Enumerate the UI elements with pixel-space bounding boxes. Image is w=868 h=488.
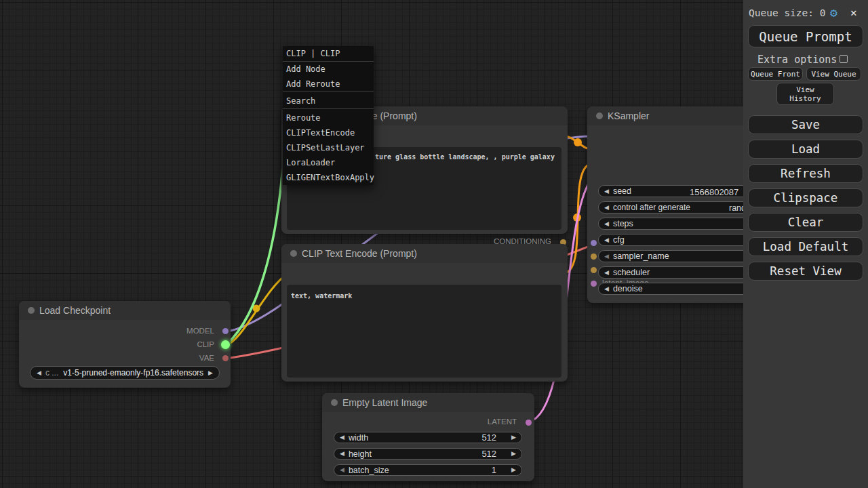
increment-arrow-icon[interactable]: ▶ xyxy=(511,467,516,473)
prompt-text: text, watermark xyxy=(291,292,352,300)
decrement-arrow-icon[interactable]: ◀ xyxy=(340,451,344,457)
wire-clip-dragging xyxy=(226,75,285,345)
view-queue-button[interactable]: View Queue xyxy=(806,67,861,81)
node-header[interactable]: Empty Latent Image xyxy=(322,393,534,412)
menu-item-loraloader[interactable]: LoraLoader xyxy=(283,155,374,170)
widget-label: c ... xyxy=(45,368,58,378)
collapse-dot-icon[interactable] xyxy=(28,307,35,314)
extra-options-checkbox[interactable] xyxy=(840,55,848,63)
menu-item-add-reroute[interactable]: Add Reroute xyxy=(283,77,374,92)
height-widget[interactable]: ◀ height 512 ▶ xyxy=(334,448,522,460)
menu-item-add-node[interactable]: Add Node xyxy=(283,62,374,77)
widget-label: seed xyxy=(613,186,631,196)
context-menu: CLIP | CLIP Add Node Add Reroute Search … xyxy=(283,46,374,185)
negative-input-port[interactable] xyxy=(591,267,597,273)
output-label-vae: VAE xyxy=(199,354,214,362)
menu-item-cliptextencode[interactable]: CLIPTextEncode xyxy=(283,125,374,140)
wire-clip-midpoint-dot xyxy=(253,305,260,312)
wire-conditioning-positive-dot xyxy=(574,138,582,146)
settings-gear-icon[interactable]: ⚙ xyxy=(830,5,837,20)
width-widget[interactable]: ◀ width 512 ▶ xyxy=(334,432,522,443)
queue-size-label: Queue size: 0 xyxy=(749,7,826,18)
node-title: Load Checkpoint xyxy=(39,305,111,316)
node-header[interactable]: CLIP Text Encode (Prompt) xyxy=(281,244,568,263)
widget-label: width xyxy=(349,433,368,443)
decrement-arrow-icon[interactable]: ◀ xyxy=(604,237,609,243)
widget-label: steps xyxy=(613,219,633,228)
decrement-arrow-icon[interactable]: ◀ xyxy=(604,221,609,227)
widget-label: scheduler xyxy=(613,268,650,277)
node-load-checkpoint[interactable]: Load Checkpoint MODEL CLIP VAE ◀ c ... v… xyxy=(19,301,231,388)
batch-size-widget[interactable]: ◀ batch_size 1 ▶ xyxy=(334,464,522,476)
decrement-arrow-icon[interactable]: ◀ xyxy=(604,253,609,260)
wire-clip-to-negative-encode xyxy=(226,274,288,345)
widget-label: sampler_name xyxy=(613,251,669,261)
latent-image-input-port[interactable] xyxy=(591,281,597,287)
output-label-latent: LATENT xyxy=(488,418,517,426)
view-history-button[interactable]: View History xyxy=(776,83,834,105)
menu-item-reroute[interactable]: Reroute xyxy=(283,110,374,125)
widget-label: height xyxy=(349,449,372,459)
decrement-arrow-icon[interactable]: ◀ xyxy=(604,286,609,292)
clear-button[interactable]: Clear xyxy=(748,213,863,232)
prompt-text: ture glass bottle landscape, , purple ga… xyxy=(375,153,555,161)
model-input-port[interactable] xyxy=(591,240,597,246)
model-output-port[interactable] xyxy=(222,328,229,334)
collapse-dot-icon[interactable] xyxy=(290,250,297,257)
menu-item-search[interactable]: Search xyxy=(283,92,374,109)
close-icon[interactable]: ✕ xyxy=(850,6,857,19)
prev-arrow-icon[interactable]: ◀ xyxy=(37,370,41,376)
node-title: KSampler xyxy=(608,110,649,121)
queue-front-button[interactable]: Queue Front xyxy=(748,67,803,81)
clip-output-port-highlighted[interactable] xyxy=(221,340,230,349)
widget-value: 1566802087 xyxy=(690,187,738,197)
node-title: Empty Latent Image xyxy=(342,397,427,408)
view-history-line1: View xyxy=(796,85,814,94)
save-button[interactable]: Save xyxy=(748,115,863,134)
refresh-button[interactable]: Refresh xyxy=(748,164,863,183)
menu-item-gligentextboxapply[interactable]: GLIGENTextBoxApply xyxy=(283,170,374,185)
positive-input-port[interactable] xyxy=(591,253,597,260)
node-clip-text-encode-negative[interactable]: CLIP Text Encode (Prompt) clip CONDITION… xyxy=(281,244,568,382)
node-header[interactable]: Load Checkpoint xyxy=(19,301,231,320)
collapse-dot-icon[interactable] xyxy=(596,113,603,119)
vae-output-port[interactable] xyxy=(222,355,229,361)
node-graph-canvas[interactable]: CLIP Text Encode (Prompt) CONDITIONING t… xyxy=(0,0,868,488)
decrement-arrow-icon[interactable]: ◀ xyxy=(604,270,609,276)
increment-arrow-icon[interactable]: ▶ xyxy=(511,434,516,441)
wire-conditioning-negative-dot xyxy=(573,214,581,222)
node-empty-latent-image[interactable]: Empty Latent Image LATENT ◀ width 512 ▶ … xyxy=(322,393,534,481)
queue-sidebar: Queue size: 0 ⚙ ✕ Queue Prompt Extra opt… xyxy=(743,0,868,488)
load-button[interactable]: Load xyxy=(748,140,863,159)
widget-label: cfg xyxy=(613,235,625,245)
widget-value: 512 xyxy=(481,432,496,443)
decrement-arrow-icon[interactable]: ◀ xyxy=(340,434,344,441)
widget-value: 512 xyxy=(481,449,496,459)
extra-options-label: Extra options xyxy=(757,54,837,66)
load-default-button[interactable]: Load Default xyxy=(748,237,863,256)
increment-arrow-icon[interactable]: ▶ xyxy=(511,451,516,457)
latent-output-port[interactable] xyxy=(526,420,532,426)
decrement-arrow-icon[interactable]: ◀ xyxy=(604,188,609,195)
view-history-line2: History xyxy=(789,94,821,103)
clipspace-button[interactable]: Clipspace xyxy=(748,188,863,207)
reset-view-button[interactable]: Reset View xyxy=(748,262,863,281)
widget-value: 1 xyxy=(492,465,496,475)
widget-label: denoise xyxy=(613,284,643,293)
widget-label: batch_size xyxy=(349,466,389,475)
ckpt-name-widget[interactable]: ◀ c ... v1-5-pruned-emaonly-fp16.safeten… xyxy=(30,366,220,380)
menu-item-clipsetlastlayer[interactable]: CLIPSetLastLayer xyxy=(283,140,374,155)
widget-label: control after generate xyxy=(613,203,690,212)
decrement-arrow-icon[interactable]: ◀ xyxy=(604,205,609,211)
widget-value: v1-5-pruned-emaonly-fp16.safetensors xyxy=(58,368,208,378)
output-label-clip: CLIP xyxy=(197,340,214,348)
output-label-model: MODEL xyxy=(186,327,214,335)
decrement-arrow-icon[interactable]: ◀ xyxy=(340,467,344,473)
next-arrow-icon[interactable]: ▶ xyxy=(208,370,213,376)
queue-prompt-button[interactable]: Queue Prompt xyxy=(748,25,863,47)
context-menu-title: CLIP | CLIP xyxy=(283,46,374,62)
prompt-textarea[interactable]: text, watermark xyxy=(287,285,561,378)
node-title: CLIP Text Encode (Prompt) xyxy=(302,248,417,259)
collapse-dot-icon[interactable] xyxy=(331,399,338,406)
